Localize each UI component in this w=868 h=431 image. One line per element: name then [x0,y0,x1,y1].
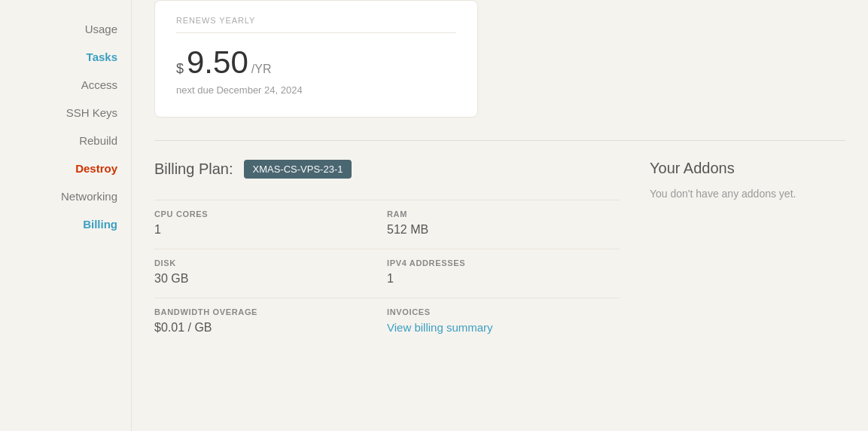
specs-grid: CPU CORES 1 RAM 512 MB DISK 30 GB IPV4 A… [154,200,620,347]
sidebar-item-usage[interactable]: Usage [0,15,131,43]
sidebar-item-billing[interactable]: Billing [0,210,131,238]
billing-plan-section: Billing Plan: XMAS-CS-VPS-23-1 CPU CORES… [154,160,845,347]
price-period: /YR [251,63,272,76]
spec-disk-label: DISK [154,258,372,267]
sidebar-item-access[interactable]: Access [0,71,131,99]
spec-ram: RAM 512 MB [387,200,620,249]
spec-disk-value: 30 GB [154,272,372,286]
addons-title: Your Addons [650,160,845,177]
main-content: RENEWS YEARLY $ 9.50 /YR next due Decemb… [132,0,868,431]
billing-plan-label: Billing Plan: [154,160,233,178]
price-row: $ 9.50 /YR [176,47,456,78]
spec-invoices-value: View billing summary [387,321,605,335]
sidebar-item-networking[interactable]: Networking [0,182,131,210]
addons-section: Your Addons You don't have any addons ye… [650,160,845,347]
spec-ram-label: RAM [387,209,605,219]
sidebar-item-tasks[interactable]: Tasks [0,43,131,71]
currency-symbol: $ [176,61,184,77]
next-due-text: next due December 24, 2024 [176,84,456,96]
sidebar: Usage Tasks Access SSH Keys Rebuild Dest… [0,0,132,431]
price-amount: 9.50 [187,47,248,78]
billing-card: RENEWS YEARLY $ 9.50 /YR next due Decemb… [154,0,478,118]
spec-ipv4: IPV4 ADDRESSES 1 [387,249,620,298]
spec-disk: DISK 30 GB [154,249,387,298]
plan-badge: XMAS-CS-VPS-23-1 [244,160,352,179]
spec-invoices: INVOICES View billing summary [387,298,620,347]
spec-bandwidth-label: BANDWIDTH OVERAGE [154,307,372,316]
spec-bandwidth: BANDWIDTH OVERAGE $0.01 / GB [154,298,387,347]
spec-ipv4-value: 1 [387,272,605,286]
spec-cpu-cores: CPU CORES 1 [154,200,387,249]
renews-label: RENEWS YEARLY [176,16,456,25]
spec-cpu-cores-value: 1 [154,223,372,237]
sidebar-item-ssh-keys[interactable]: SSH Keys [0,99,131,127]
card-divider [176,32,456,33]
sidebar-item-rebuild[interactable]: Rebuild [0,127,131,154]
addons-empty-message: You don't have any addons yet. [650,188,845,200]
spec-ram-value: 512 MB [387,223,605,237]
spec-bandwidth-value: $0.01 / GB [154,321,372,335]
view-billing-summary-link[interactable]: View billing summary [387,321,493,334]
billing-plan-header: Billing Plan: XMAS-CS-VPS-23-1 [154,160,620,179]
billing-left: Billing Plan: XMAS-CS-VPS-23-1 CPU CORES… [154,160,620,347]
spec-invoices-label: INVOICES [387,307,605,316]
spec-cpu-cores-label: CPU CORES [154,209,372,219]
sidebar-item-destroy[interactable]: Destroy [0,154,131,182]
spec-ipv4-label: IPV4 ADDRESSES [387,258,605,267]
section-divider [154,140,845,141]
